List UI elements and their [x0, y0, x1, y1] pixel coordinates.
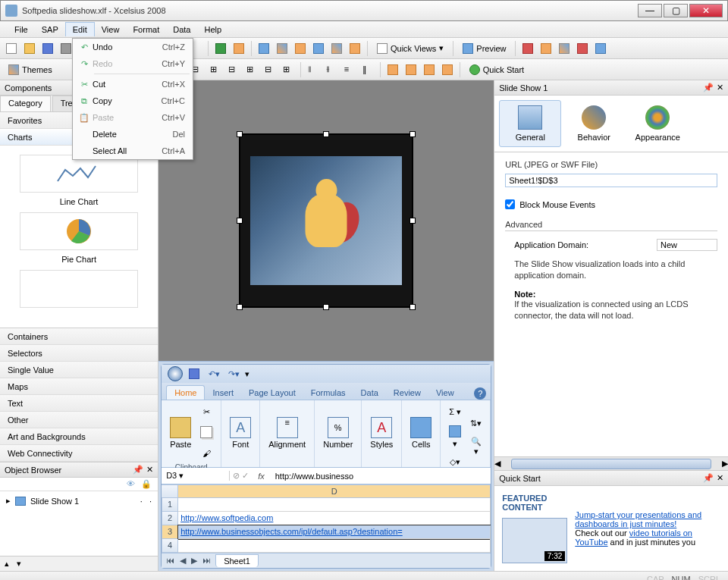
tb-btn[interactable] — [347, 40, 363, 57]
block-mouse-checkbox[interactable] — [505, 199, 515, 209]
align-button[interactable]: ⊞ — [207, 61, 224, 78]
sheet-nav-last[interactable]: ⏭ — [201, 556, 212, 566]
cell-d2[interactable]: http://www.softpedia.com — [178, 512, 491, 525]
cell-d1[interactable] — [178, 498, 491, 512]
cells-button[interactable]: Cells — [406, 413, 435, 453]
autosum-button[interactable]: Σ ▾ — [445, 403, 465, 421]
office-button[interactable] — [168, 366, 183, 381]
font-button[interactable]: AFont — [226, 413, 255, 453]
minimize-button[interactable]: — — [638, 4, 662, 17]
fx-label[interactable]: fx — [252, 472, 271, 481]
distribute-button[interactable]: ‖ — [359, 61, 376, 78]
quick-start-button[interactable]: Quick Start — [464, 61, 529, 78]
qat-more-icon[interactable]: ▾ — [245, 369, 249, 379]
menu-undo[interactable]: ↶UndoCtrl+Z — [73, 39, 193, 55]
category-text[interactable]: Text — [0, 395, 158, 412]
align-button[interactable]: ⊞ — [243, 61, 260, 78]
distribute-button[interactable]: ⫴ — [305, 61, 322, 78]
paste-button[interactable]: Paste — [166, 413, 195, 453]
copy-button[interactable] — [196, 422, 216, 444]
pin-icon[interactable]: 📌 — [703, 83, 714, 92]
align-button[interactable]: ⊟ — [225, 61, 242, 78]
lock-icon[interactable]: 🔒 — [141, 479, 152, 489]
tb-btn[interactable] — [231, 40, 247, 57]
category-maps[interactable]: Maps — [0, 378, 158, 395]
expand-icon[interactable]: ▸ — [6, 496, 11, 506]
ribbon-tab-review[interactable]: Review — [386, 386, 428, 400]
close-icon[interactable]: ✕ — [146, 465, 153, 475]
tab-behavior[interactable]: Behavior — [563, 100, 625, 147]
qat-redo[interactable]: ↷▾ — [225, 365, 242, 382]
tb-btn[interactable] — [538, 40, 554, 57]
align-button[interactable]: ⊟ — [262, 61, 278, 78]
menu-view[interactable]: View — [95, 23, 127, 36]
resize-handle[interactable] — [323, 304, 329, 310]
tab-category[interactable]: Category — [0, 96, 51, 111]
chart-thumb[interactable] — [20, 270, 138, 308]
category-web-connectivity[interactable]: Web Connectivity — [0, 445, 158, 462]
resize-handle[interactable] — [237, 304, 243, 310]
resize-handle[interactable] — [410, 131, 416, 137]
close-icon[interactable]: ✕ — [717, 473, 723, 483]
maximize-button[interactable]: ▢ — [664, 4, 688, 17]
menu-help[interactable]: Help — [197, 23, 228, 36]
nav-up-icon[interactable]: ▴ — [5, 559, 9, 569]
tb-btn[interactable] — [328, 40, 345, 57]
app-domain-select[interactable]: New — [657, 239, 717, 251]
horizontal-scrollbar[interactable]: ◀ ▶ — [494, 456, 728, 470]
menu-data[interactable]: Data — [166, 23, 197, 36]
new-button[interactable] — [3, 40, 20, 57]
cell-d4[interactable] — [178, 539, 491, 553]
sort-button[interactable]: ⇅▾ — [466, 415, 485, 432]
ribbon-tab-home[interactable]: Home — [166, 385, 205, 400]
ribbon-tab-data[interactable]: Data — [353, 386, 386, 400]
themes-button[interactable]: Themes — [3, 61, 58, 78]
tb-btn[interactable] — [274, 40, 290, 57]
arrange-button[interactable] — [384, 61, 401, 78]
tab-general[interactable]: General — [499, 100, 561, 147]
ribbon-tab-formulas[interactable]: Formulas — [303, 386, 353, 400]
arrange-button[interactable] — [421, 61, 438, 78]
menu-cut[interactable]: ✂CutCtrl+X — [73, 76, 193, 92]
quick-views-button[interactable]: Quick Views ▾ — [372, 40, 449, 57]
open-button[interactable] — [21, 40, 38, 57]
cut-button[interactable]: ✂ — [196, 403, 216, 421]
select-all-corner[interactable] — [162, 484, 178, 498]
menu-delete[interactable]: DeleteDel — [73, 126, 193, 143]
canvas[interactable] — [158, 80, 494, 361]
col-header-d[interactable]: D — [178, 484, 491, 498]
cell-d3[interactable]: http://www.businessobjects.com/ipl/defau… — [178, 525, 491, 539]
tb-btn[interactable] — [592, 40, 609, 57]
tb-btn[interactable] — [519, 40, 536, 57]
resize-handle[interactable] — [237, 131, 243, 137]
close-icon[interactable]: ✕ — [717, 83, 723, 92]
save-button[interactable] — [39, 40, 56, 57]
scroll-right-icon[interactable]: ▶ — [722, 459, 728, 469]
sheet-nav-next[interactable]: ▶ — [190, 556, 199, 566]
object-slide-show[interactable]: ▸ Slide Show 1 · · — [3, 494, 155, 507]
close-button[interactable]: ✕ — [689, 4, 723, 17]
eye-icon[interactable]: 👁 — [127, 479, 135, 489]
url-input[interactable] — [505, 174, 717, 187]
row-header-3[interactable]: 3 — [162, 525, 178, 539]
resize-handle[interactable] — [410, 218, 416, 224]
number-button[interactable]: %Number — [319, 413, 356, 453]
menu-copy[interactable]: ⧉CopyCtrl+C — [73, 92, 193, 109]
sheet-nav-first[interactable]: ⏮ — [165, 556, 176, 566]
line-chart-thumb[interactable] — [20, 155, 138, 193]
ribbon-tab-view[interactable]: View — [428, 386, 462, 400]
arrange-button[interactable] — [439, 61, 456, 78]
category-single-value[interactable]: Single Value — [0, 362, 158, 378]
row-header-2[interactable]: 2 — [162, 512, 178, 525]
category-selectors[interactable]: Selectors — [0, 345, 158, 362]
tb-btn[interactable] — [556, 40, 573, 57]
tb-btn[interactable] — [310, 40, 327, 57]
pin-icon[interactable]: 📌 — [133, 465, 143, 475]
menu-file[interactable]: File — [8, 23, 35, 36]
spreadsheet-grid[interactable]: D 1 2 http://www.softpedia.com 3 http://… — [162, 484, 491, 553]
preview-button[interactable]: Preview — [457, 40, 511, 57]
sheet-nav-prev[interactable]: ◀ — [178, 556, 187, 566]
menu-format[interactable]: Format — [126, 23, 166, 36]
arrange-button[interactable] — [403, 61, 419, 78]
distribute-button[interactable]: ⫵ — [323, 61, 340, 78]
